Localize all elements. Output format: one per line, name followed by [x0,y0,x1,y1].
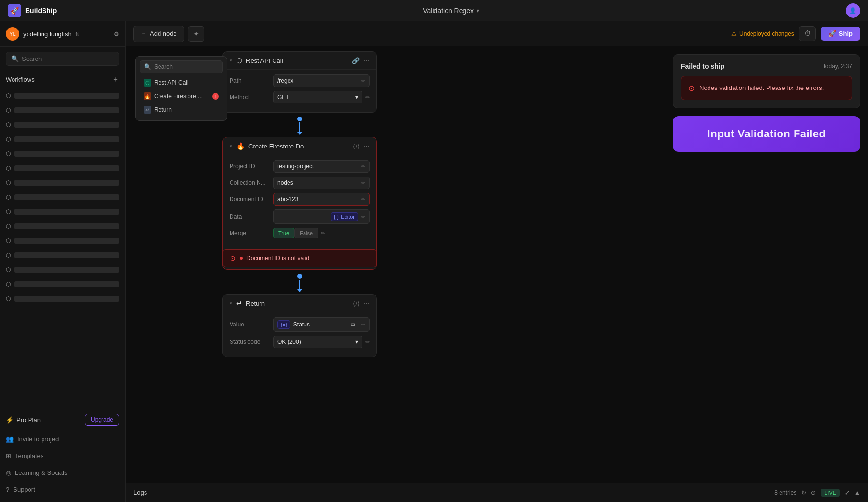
collapse-icon[interactable]: ▾ [230,300,232,307]
ship-button[interactable]: 🚀 Ship [821,27,860,41]
history-button[interactable]: ⏱ [799,26,816,41]
document-id-value[interactable]: abc-123 ✏ [273,193,370,206]
workflow-name-blur [14,107,119,113]
user-name: yodelling lungfish [23,30,72,38]
add-node-button[interactable]: ＋ Add node [133,26,184,42]
code-icon[interactable]: ⟨/⟩ [353,300,360,307]
topbar: 🚀 BuildShip Validation Regex ▾ 👤 [0,0,868,21]
workflows-label: Workflows [6,76,35,83]
add-workflow-button[interactable]: ＋ [112,74,119,85]
sidebar-item-learning[interactable]: ◎ Learning & Socials [0,464,125,481]
refresh-icon[interactable]: ↻ [801,489,806,496]
list-item[interactable]: ⬡ [0,176,125,190]
undeployed-status: ⚠ Undeployed changes [731,30,794,37]
expand-icon[interactable]: ⤢ [845,489,850,496]
method-dropdown[interactable]: GET ▾ [273,91,362,103]
document-id-edit-icon[interactable]: ✏ [361,196,365,203]
support-icon: ? [6,486,9,493]
value-field-value[interactable]: {x} Status ⧉ ✏ [273,317,370,332]
project-id-edit-icon[interactable]: ✏ [361,163,365,170]
method-field: Method GET ▾ ✏ [230,91,370,103]
project-id-value[interactable]: testing-project ✏ [273,160,370,173]
panel-item-return[interactable]: ↵ Return [140,103,223,117]
firestore-node-icon: 🔥 [236,142,245,150]
upgrade-button[interactable]: Upgrade [85,414,119,426]
templates-icon: ⊞ [6,452,11,459]
status-code-edit-icon[interactable]: ✏ [365,339,370,345]
chevron-down-icon[interactable]: ▾ [477,7,479,14]
gear-icon[interactable]: ⚙ [114,30,119,38]
path-value[interactable]: /regex ✏ [273,74,370,87]
list-item[interactable]: ⬡ [0,103,125,118]
sidebar-header: YL yodelling lungfish ⇅ ⚙ [0,21,125,47]
list-item[interactable]: ⬡ [0,219,125,234]
logs-right: 8 entries ↻ ⊙ LIVE ⤢ ▲ [774,489,860,497]
more-icon[interactable]: ⋯ [363,300,370,307]
list-item[interactable]: ⬡ [0,132,125,147]
logs-label: Logs [133,489,147,496]
user-expand-icon[interactable]: ⇅ [75,31,79,37]
sidebar-search-input[interactable] [22,55,114,62]
data-value[interactable]: { } Editor ✏ [273,209,370,224]
right-panel: Failed to ship Today, 2:37 ⊙ Nodes valid… [665,46,868,160]
panel-rest-label: Rest API Call [154,79,188,86]
collection-value[interactable]: nodes ✏ [273,177,370,189]
more-icon[interactable]: ⋯ [363,143,370,150]
merge-edit-icon[interactable]: ✏ [321,230,325,236]
list-item[interactable]: ⬡ [0,118,125,132]
code-icon[interactable]: ⟨/⟩ [353,143,360,150]
chevron-up-icon[interactable]: ▲ [854,489,860,496]
value-tag[interactable]: {x} [277,320,290,329]
list-item[interactable]: ⬡ [0,277,125,292]
pro-plan-label-group: ⚡ Pro Plan [6,416,41,424]
logs-toggle[interactable]: ⊙ [811,489,816,496]
collection-edit-icon[interactable]: ✏ [361,180,365,186]
workflow-name-blur [14,151,119,157]
workflow-name-blur [14,267,119,273]
return-node-icon: ↵ [236,299,242,307]
workflow-icon: ⬡ [6,179,11,186]
avatar[interactable]: 👤 [846,3,860,18]
list-item[interactable]: ⬡ [0,190,125,205]
panel-item-rest-api[interactable]: ⬡ Rest API Call [140,76,223,89]
panel-search-box[interactable]: 🔍 Search [140,60,223,73]
workflow-icon: ⬡ [6,237,11,244]
link-icon[interactable]: 🔗 [352,57,360,64]
topbar-right: 👤 [846,3,860,18]
merge-true-button[interactable]: True [273,228,294,238]
workflow-name-blur [14,223,119,229]
ship-error-text: Nodes validation failed. Please fix the … [699,83,824,93]
merge-field: Merge True False ✏ [230,228,370,238]
list-item[interactable]: ⬡ [0,161,125,176]
list-item[interactable]: ⬡ [0,205,125,219]
workflow-icon: ⬡ [6,252,11,259]
sidebar-item-support[interactable]: ? Support [0,481,125,498]
editor-tag[interactable]: { } Editor [331,212,358,221]
collapse-icon[interactable]: ▾ [230,143,232,149]
list-item[interactable]: ⬡ [0,263,125,277]
data-edit-icon[interactable]: ✏ [361,214,365,220]
ship-label: Ship [839,30,853,37]
list-item[interactable]: ⬡ [0,147,125,161]
path-edit-icon[interactable]: ✏ [361,78,365,84]
workflow-name-blur [14,209,119,215]
merge-false-button[interactable]: False [294,228,318,238]
support-label: Support [13,486,35,493]
more-icon[interactable]: ⋯ [363,57,370,64]
copy-icon[interactable]: ⧉ [351,321,355,328]
return-node-header: ▾ ↵ Return ⟨/⟩ ⋯ [223,295,376,312]
user-info: YL yodelling lungfish ⇅ [6,27,79,41]
panel-item-firestore[interactable]: 🔥 Create Firestore ... ! [140,89,223,103]
sidebar-item-templates[interactable]: ⊞ Templates [0,447,125,464]
sidebar-search-box[interactable]: 🔍 [6,52,119,66]
sidebar-item-invite[interactable]: 👥 Invite to project [0,430,125,447]
collapse-icon[interactable]: ▾ [230,58,232,64]
list-item[interactable]: ⬡ [0,234,125,248]
status-code-dropdown[interactable]: OK (200) ▾ [273,336,362,348]
method-edit-icon[interactable]: ✏ [365,94,370,101]
magic-wand-button[interactable]: ✦ [188,26,204,42]
value-edit-icon[interactable]: ✏ [361,322,365,328]
list-item[interactable]: ⬡ [0,292,125,306]
list-item[interactable]: ⬡ [0,89,125,103]
list-item[interactable]: ⬡ [0,248,125,263]
